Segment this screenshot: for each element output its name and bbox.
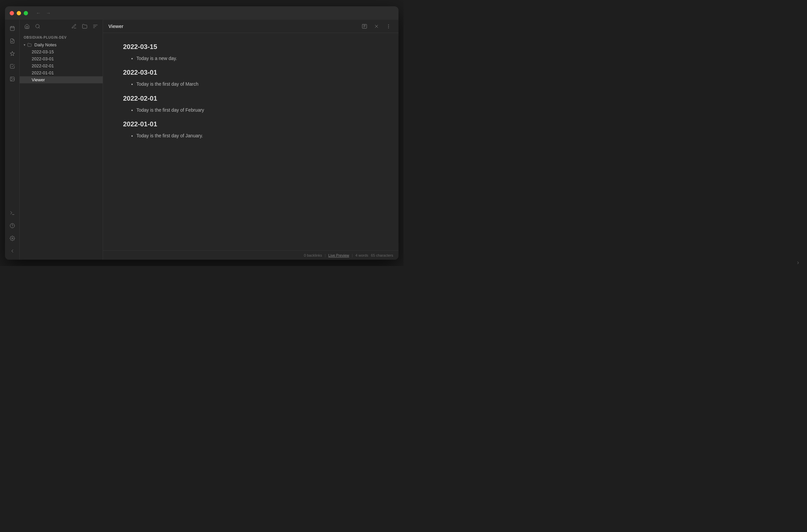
svg-point-4 [11,41,12,42]
app-window: ← → [5,6,398,260]
tree-item-2022-03-01[interactable]: 2022-03-01 [20,55,103,62]
help-icon[interactable] [6,220,18,232]
collapse-sidebar-icon[interactable] [6,245,18,257]
note-item: Today is a new day. [136,55,378,62]
sidebar-toolbar [20,20,103,33]
svg-rect-0 [10,27,14,31]
maximize-button[interactable] [24,11,28,15]
svg-line-5 [12,42,13,42]
footer-divider-2: | [352,253,353,257]
svg-point-10 [10,223,14,228]
workspace-label: OBSIDIAN-PLUGIN-DEV [20,34,103,41]
tree-item-label: 2022-03-01 [32,56,54,61]
titlebar: ← → [5,6,398,20]
home-icon[interactable] [22,22,32,31]
tree-item-label: Viewer [32,77,45,82]
file-search-icon[interactable] [6,35,18,47]
tasks-icon[interactable] [6,60,18,72]
viewer-pane: Viewer [103,20,398,260]
note-date-4: 2022-01-01 [123,120,378,128]
note-date-3: 2022-02-01 [123,95,378,102]
new-note-icon[interactable] [69,22,79,31]
viewer-header-actions [360,22,393,31]
titlebar-nav: ← → [35,10,52,16]
search-icon[interactable] [33,22,42,31]
sort-icon[interactable] [91,22,100,31]
note-list-3: Today is the first day of February [123,106,378,114]
svg-line-14 [39,27,40,28]
viewer-title: Viewer [108,24,124,29]
terminal-icon[interactable] [6,207,18,219]
tree-item-2022-01-01[interactable]: 2022-01-01 [20,69,103,76]
media-icon[interactable] [6,73,18,85]
svg-point-25 [388,26,389,26]
backlinks-stat: 0 backlinks [304,253,322,257]
note-section-2: 2022-03-01 Today is the first day of Mar… [123,69,378,88]
note-list-1: Today is a new day. [123,55,378,62]
characters-stat: 65 characters [371,253,393,257]
close-button[interactable] [10,11,14,15]
note-item: Today is the first day of March [136,80,378,88]
note-section-1: 2022-03-15 Today is a new day. [123,43,378,62]
svg-point-8 [11,78,12,79]
main-layout: OBSIDIAN-PLUGIN-DEV ▾ Daily Notes 2022-0… [5,20,398,260]
note-list-2: Today is the first day of March [123,80,378,88]
daily-notes-folder[interactable]: ▾ Daily Notes [20,41,103,48]
note-item: Today is the first day of January. [136,132,378,139]
activity-bar-bottom [6,207,18,257]
viewer-body: 2022-03-15 Today is a new day. 2022-03-0… [103,33,398,250]
close-pane-icon[interactable] [372,22,381,31]
note-list-4: Today is the first day of January. [123,132,378,139]
tree-item-label: 2022-03-15 [32,49,54,54]
daily-notes-label: Daily Notes [34,42,56,48]
note-section-3: 2022-02-01 Today is the first day of Feb… [123,95,378,114]
tree-item-label: 2022-01-01 [32,70,54,75]
viewer-footer: 0 backlinks | Live Preview | 4 words 65 … [103,250,398,260]
note-section-4: 2022-01-01 Today is the first day of Jan… [123,120,378,139]
note-item: Today is the first day of February [136,106,378,114]
new-folder-icon[interactable] [80,22,89,31]
footer-divider-1: | [325,253,326,257]
settings-icon[interactable] [6,232,18,244]
viewer-header: Viewer [103,20,398,33]
sidebar-content: OBSIDIAN-PLUGIN-DEV ▾ Daily Notes 2022-0… [20,33,103,260]
tree-item-label: 2022-02-01 [32,63,54,68]
minimize-button[interactable] [17,11,21,15]
activity-bar [5,20,20,260]
reading-view-icon[interactable] [360,22,369,31]
note-date-1: 2022-03-15 [123,43,378,51]
svg-marker-6 [10,51,14,56]
svg-rect-18 [362,24,367,28]
sidebar: OBSIDIAN-PLUGIN-DEV ▾ Daily Notes 2022-0… [20,20,103,260]
activity-bar-top [6,22,18,206]
tree-item-viewer[interactable]: Viewer [20,76,103,83]
words-stat: 4 words [355,253,369,257]
tree-item-2022-03-15[interactable]: 2022-03-15 [20,48,103,55]
tree-item-2022-02-01[interactable]: 2022-02-01 [20,62,103,69]
back-button[interactable]: ← [35,10,42,16]
folder-arrow-icon: ▾ [24,43,25,47]
svg-point-24 [388,24,389,25]
more-options-icon[interactable] [384,22,393,31]
calendar-icon[interactable] [6,22,18,34]
plugin-icon[interactable] [6,48,18,60]
svg-point-12 [12,238,13,239]
forward-button[interactable]: → [45,10,52,16]
svg-point-26 [388,28,389,28]
note-date-2: 2022-03-01 [123,69,378,76]
live-preview-link[interactable]: Live Preview [329,253,349,257]
